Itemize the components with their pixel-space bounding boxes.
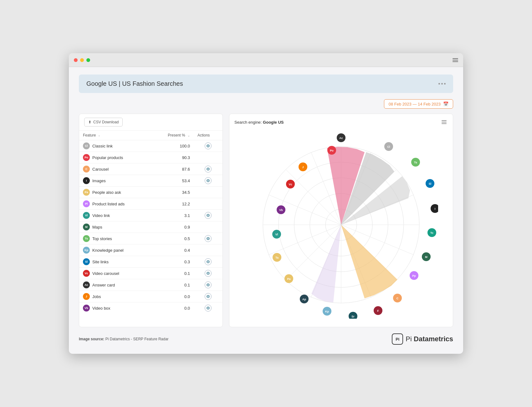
action-cell — [194, 221, 223, 233]
table-row: C Carousel 87.6 — [79, 163, 223, 175]
svg-text:F: F — [377, 309, 379, 312]
feature-badge: C — [83, 166, 90, 173]
badge-Ac: Ac — [337, 133, 345, 142]
svg-text:Sr: Sr — [351, 315, 355, 318]
svg-point-0 — [207, 145, 209, 147]
svg-text:J: J — [302, 166, 304, 169]
feature-cell: Pa People also ask — [79, 187, 151, 198]
feature-name: Classic link — [92, 144, 113, 148]
feature-badge: Po — [83, 154, 90, 161]
feature-badge: Vl — [83, 212, 90, 219]
actions-col-header: Actions — [194, 131, 223, 140]
svg-text:Vb: Vb — [279, 209, 283, 212]
feature-cell: Ac Answer card — [79, 279, 151, 291]
svg-point-7 — [207, 284, 209, 286]
svg-point-6 — [207, 273, 209, 274]
brand-initials: Pi — [396, 337, 399, 342]
feature-name: People also ask — [92, 190, 121, 195]
feature-cell: M Maps — [79, 221, 151, 233]
view-button[interactable] — [205, 235, 212, 242]
svg-text:Ts: Ts — [414, 161, 417, 164]
table-row: I Images 53.4 — [79, 175, 223, 187]
header-options[interactable] — [438, 83, 446, 85]
feature-cell: Vl Video link — [79, 210, 151, 221]
table-row: Pl Product listed ads 12.2 — [79, 198, 223, 210]
feature-cell: I Images — [79, 175, 151, 187]
svg-text:Ap: Ap — [302, 298, 306, 301]
view-button[interactable] — [205, 293, 212, 300]
table-row: Vb Video box 0.0 — [79, 302, 223, 314]
view-button[interactable] — [205, 270, 212, 277]
action-cell[interactable] — [194, 291, 223, 302]
feature-name: Jobs — [92, 294, 101, 299]
view-button[interactable] — [205, 281, 212, 288]
action-cell — [194, 152, 223, 163]
action-cell[interactable] — [194, 210, 223, 221]
search-engine-value: Google US — [263, 120, 284, 125]
action-cell[interactable] — [194, 175, 223, 187]
table-panel: ⬆ CSV Download Feature ⬦ Present % — [79, 114, 223, 327]
action-cell[interactable] — [194, 233, 223, 245]
features-table: Feature ⬦ Present % ⌄ Actions — [79, 131, 223, 314]
action-cell[interactable] — [194, 256, 223, 268]
feature-cell: Pl Product listed ads — [79, 198, 151, 210]
present-value: 0.0 — [151, 291, 194, 302]
image-source: Image source: Pi Datametrics - SERP Feat… — [79, 337, 169, 341]
badge-F: F — [374, 306, 382, 315]
maximize-button[interactable] — [86, 58, 90, 62]
image-source-text: Pi Datametrics - SERP Feature Radar — [105, 337, 169, 341]
feature-cell: Cl Classic link — [79, 140, 151, 152]
view-button[interactable] — [205, 258, 212, 265]
view-button[interactable] — [205, 212, 212, 219]
view-button[interactable] — [205, 177, 212, 184]
csv-download-button[interactable]: ⬆ CSV Download — [84, 118, 123, 126]
titlebar — [69, 53, 463, 67]
chart-menu-icon[interactable] — [440, 119, 448, 125]
feature-badge: I — [83, 177, 90, 184]
action-cell[interactable] — [194, 302, 223, 314]
sort-down-icon[interactable]: ⌄ — [187, 134, 190, 137]
svg-text:Tc: Tc — [430, 231, 433, 234]
svg-text:Ac: Ac — [339, 137, 343, 140]
view-button[interactable] — [205, 166, 212, 173]
view-button[interactable] — [205, 142, 212, 149]
badge-Kp: Kp — [323, 307, 331, 316]
feature-name: Images — [92, 178, 106, 183]
feature-name: Carousel — [92, 167, 109, 172]
feature-name: Answer card — [92, 283, 115, 287]
badge-Pp: Pp — [410, 271, 418, 280]
feature-name: Top stories — [92, 236, 112, 241]
present-value: 100.0 — [151, 140, 194, 152]
close-button[interactable] — [74, 58, 78, 62]
feature-name: Video link — [92, 213, 110, 218]
sort-icon[interactable]: ⬦ — [98, 134, 100, 137]
feature-badge: J — [83, 293, 90, 300]
present-value: 0.1 — [151, 268, 194, 279]
svg-point-5 — [207, 261, 209, 262]
action-cell[interactable] — [194, 163, 223, 175]
action-cell[interactable] — [194, 279, 223, 291]
table-row: Ts Top stories 0.5 — [79, 233, 223, 245]
table-row: Vc Video carousel 0.1 — [79, 268, 223, 279]
present-value: 34.5 — [151, 187, 194, 198]
feature-name: Popular products — [92, 155, 123, 160]
feature-cell: J Jobs — [79, 291, 151, 302]
date-range-badge[interactable]: 08 Feb 2023 — 14 Feb 2023 📅 — [384, 99, 453, 109]
minimize-button[interactable] — [80, 58, 84, 62]
feature-name: Maps — [92, 225, 102, 229]
action-cell[interactable] — [194, 268, 223, 279]
chart-panel: Search engine: Google US — [229, 114, 453, 327]
svg-text:Vl: Vl — [275, 233, 278, 236]
present-value: 0.9 — [151, 221, 194, 233]
menu-icon[interactable] — [453, 58, 458, 62]
table-row: J Jobs 0.0 — [79, 291, 223, 302]
table-row: Po Popular products 90.3 — [79, 152, 223, 163]
search-engine-label: Search engine: — [234, 120, 262, 125]
action-cell[interactable] — [194, 140, 223, 152]
action-cell — [194, 198, 223, 210]
svg-point-9 — [207, 307, 209, 309]
view-button[interactable] — [205, 305, 212, 312]
feature-badge: Pl — [83, 200, 90, 207]
brand: Pi Pi Datametrics — [392, 333, 453, 345]
feature-name: Video box — [92, 306, 110, 311]
